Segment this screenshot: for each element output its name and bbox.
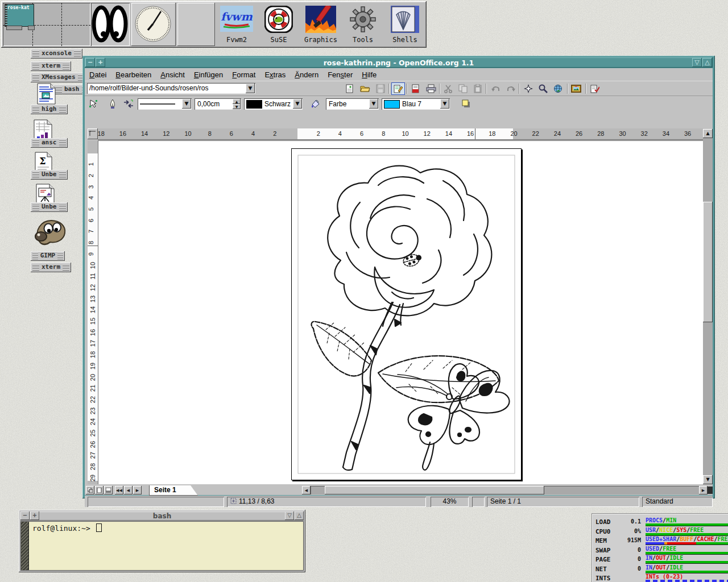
pager-mini-window-small[interactable] [28, 26, 35, 30]
next-page-button[interactable]: ▶ [133, 486, 142, 494]
icon-unbenannt-1[interactable]: Unbe [31, 170, 68, 180]
layer-mode-button-3[interactable] [104, 486, 113, 494]
drawing-canvas[interactable] [98, 140, 703, 484]
icon-xterm[interactable]: xterm [31, 61, 71, 71]
hscroll-right-button[interactable]: ▶ [699, 486, 708, 494]
copy-icon[interactable] [457, 83, 469, 94]
page-tab[interactable]: Seite 1 [149, 485, 198, 496]
check-document-icon[interactable] [589, 83, 601, 94]
line-color-select[interactable]: Schwarz ▼ [244, 98, 303, 110]
shadow-icon[interactable] [460, 98, 473, 110]
export-pdf-icon[interactable] [410, 83, 422, 94]
menu-ansicht[interactable]: Ansicht [156, 68, 189, 79]
terminal-shade-up-button[interactable]: △ [295, 512, 304, 520]
line-width-input[interactable]: 0,00cm ▲ ▼ [195, 98, 241, 110]
first-page-button[interactable]: ◀◀ [115, 486, 123, 494]
paste-icon[interactable] [471, 83, 484, 94]
menu-datei[interactable]: Datei [85, 68, 111, 79]
menu-hilfe[interactable]: Hilfe [357, 68, 381, 79]
menu-einfgen[interactable]: Einfügen [189, 68, 228, 79]
terminal-title-bar[interactable]: − + bash ▽ △ [20, 512, 304, 521]
document-page[interactable] [291, 148, 522, 480]
gimp-wilber-icon[interactable] [33, 216, 67, 250]
menu-bearbeiten[interactable]: Bearbeiten [111, 68, 156, 79]
menu-format[interactable]: Format [228, 68, 260, 79]
previous-page-button[interactable]: ◀ [124, 486, 133, 494]
url-combobox[interactable]: /home/rolf/Bilder-und-Sounds/rosen/ros ▼ [87, 83, 255, 94]
arrow-ends-icon[interactable] [122, 98, 135, 110]
menu-fenster[interactable]: Fenster [323, 68, 357, 79]
pager-mini-window-small[interactable] [6, 26, 22, 30]
spin-down-button[interactable]: ▼ [233, 104, 241, 109]
dock-button-suse[interactable]: SuSE [259, 3, 299, 46]
fill-color-select[interactable]: Blau 7 ▼ [382, 98, 450, 110]
window-shade-down-button[interactable]: ▽ [692, 58, 702, 67]
terminal-scrollbar[interactable] [21, 522, 29, 570]
horizontal-ruler[interactable]: 1816141210864224681012141618202224262830… [98, 128, 703, 140]
edit-points-icon[interactable] [88, 98, 100, 110]
icon-xconsole[interactable]: xconsole [31, 49, 82, 59]
pen-line-icon[interactable] [106, 98, 119, 110]
url-dropdown-button[interactable]: ▼ [246, 84, 255, 93]
resize-grip[interactable] [708, 487, 713, 494]
icon-high[interactable]: high [31, 105, 68, 114]
dock-button-graphics[interactable]: Graphics [301, 3, 341, 46]
hyperlink-globe-icon[interactable] [552, 83, 564, 94]
icon-xterm-2[interactable]: xterm [31, 263, 71, 272]
new-document-icon[interactable] [344, 83, 356, 94]
icon-gimp[interactable]: GIMP [31, 251, 65, 261]
menu-extras[interactable]: Extras [260, 68, 290, 79]
fill-type-dropdown-button[interactable]: ▼ [369, 99, 378, 109]
status-zoom[interactable]: 43% [431, 497, 469, 507]
url-field[interactable]: /home/rolf/Bilder-und-Sounds/rosen/ros [89, 84, 244, 92]
icon-xmessages[interactable]: XMessages [31, 73, 86, 82]
edit-mode-icon[interactable] [392, 83, 404, 94]
writer-document-icon[interactable] [36, 83, 56, 107]
horizontal-scroll-thumb[interactable] [325, 486, 544, 494]
layer-mode-button-2[interactable] [95, 486, 104, 494]
terminal-title: bash [20, 512, 304, 520]
icon-ansc[interactable]: ansc [31, 138, 68, 148]
hscroll-left-button[interactable]: ◀ [302, 486, 311, 494]
line-style-select[interactable]: ▼ [138, 98, 192, 110]
vertical-scrollbar[interactable]: ▲ ▼ [703, 129, 713, 484]
undo-icon[interactable] [490, 83, 502, 94]
zoom-icon[interactable] [537, 83, 549, 94]
sysmon-bar [646, 523, 728, 526]
open-icon[interactable] [359, 83, 371, 94]
pager-mini-window[interactable]: rose-kat [5, 4, 34, 27]
print-icon[interactable] [425, 83, 437, 94]
menu-ndern[interactable]: Ändern [290, 68, 323, 79]
fill-color-dropdown-button[interactable]: ▼ [440, 99, 449, 109]
status-bar: 11,13 / 8,63 43% Seite 1 / 1 Standard [85, 496, 713, 507]
navigator-icon[interactable] [522, 83, 535, 94]
horizontal-scrollbar[interactable] [311, 486, 699, 494]
paint-bucket-icon[interactable] [309, 98, 322, 110]
dock-button-fvwm2[interactable]: fvwm Fvwm2 [217, 3, 257, 46]
gallery-icon[interactable] [570, 83, 582, 94]
dock-button-shells[interactable]: Shells [385, 3, 425, 46]
scroll-down-button[interactable]: ▼ [703, 475, 713, 484]
layer-mode-button-1[interactable] [86, 486, 94, 494]
cut-icon[interactable] [442, 83, 454, 94]
title-bar[interactable]: − + rose-kathrin.png - OpenOffice.org 1.… [85, 57, 713, 68]
status-style[interactable]: Standard [642, 497, 713, 507]
sysmon-row-page: PAGE0IN/OUT/IDLE [595, 555, 728, 564]
save-icon[interactable] [374, 83, 387, 94]
sysmon-bar [646, 561, 728, 564]
fvwm-pager[interactable]: rose-kat [3, 3, 90, 46]
terminal-shade-down-button[interactable]: ▽ [285, 512, 294, 520]
line-color-dropdown-button[interactable]: ▼ [293, 99, 302, 109]
dock-button-tools[interactable]: Tools [343, 3, 383, 46]
fill-type-select[interactable]: Farbe ▼ [326, 98, 379, 110]
line-style-dropdown-button[interactable]: ▼ [182, 99, 191, 109]
scroll-up-button[interactable]: ▲ [703, 129, 713, 138]
icon-unbenannt-2[interactable]: Unbe [31, 202, 68, 212]
redo-icon[interactable] [504, 83, 517, 94]
spin-up-button[interactable]: ▲ [233, 99, 241, 104]
line-width-spinner[interactable]: ▲ ▼ [233, 99, 241, 109]
window-shade-up-button[interactable]: △ [702, 58, 712, 67]
terminal-content[interactable]: rolf@linux:~> [20, 521, 304, 571]
vertical-ruler[interactable]: 1234567891011121314151617181920212223242… [88, 140, 98, 484]
vertical-scroll-thumb[interactable] [703, 202, 713, 322]
